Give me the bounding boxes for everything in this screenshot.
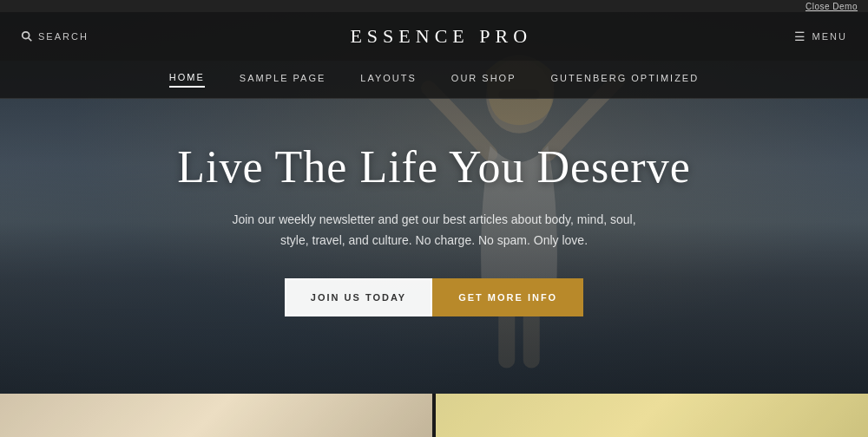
svg-point-0 bbox=[23, 32, 30, 39]
hero-subtitle: Join our weekly newsletter and get our b… bbox=[232, 210, 635, 251]
nav-our-shop[interactable]: OUR SHOP bbox=[451, 73, 516, 87]
site-title: ESSENCE PRO bbox=[350, 25, 532, 48]
close-demo-button[interactable]: Close Demo bbox=[806, 2, 858, 11]
hero-subtitle-line1: Join our weekly newsletter and get our b… bbox=[232, 212, 635, 226]
header: SEARCH ESSENCE PRO ☰ MENU bbox=[0, 12, 868, 61]
top-bar: Close Demo bbox=[0, 0, 868, 12]
get-more-info-button[interactable]: GET MORE INFO bbox=[432, 278, 583, 316]
hero-subtitle-line2: style, travel, and culture. No charge. N… bbox=[280, 233, 588, 247]
nav-gutenberg[interactable]: GUTENBERG OPTIMIZED bbox=[551, 73, 700, 87]
nav-home[interactable]: HOME bbox=[169, 72, 205, 88]
svg-line-1 bbox=[29, 38, 32, 42]
nav-layouts[interactable]: LAYOUTS bbox=[360, 73, 417, 87]
nav-sample-page[interactable]: SAMPLE PAGE bbox=[240, 73, 326, 87]
hero-title: Live The Life You Deserve bbox=[177, 141, 691, 192]
search-icon bbox=[21, 30, 33, 42]
menu-button[interactable]: ☰ MENU bbox=[794, 29, 847, 43]
search-button[interactable]: SEARCH bbox=[21, 30, 89, 42]
search-label: SEARCH bbox=[38, 31, 89, 42]
menu-label: MENU bbox=[812, 31, 847, 42]
hamburger-icon: ☰ bbox=[794, 29, 807, 43]
join-us-button[interactable]: JOIN US TODAY bbox=[285, 278, 432, 316]
navigation: HOME SAMPLE PAGE LAYOUTS OUR SHOP GUTENB… bbox=[0, 61, 868, 99]
hero-buttons: JOIN US TODAY GET MORE INFO bbox=[285, 278, 583, 316]
